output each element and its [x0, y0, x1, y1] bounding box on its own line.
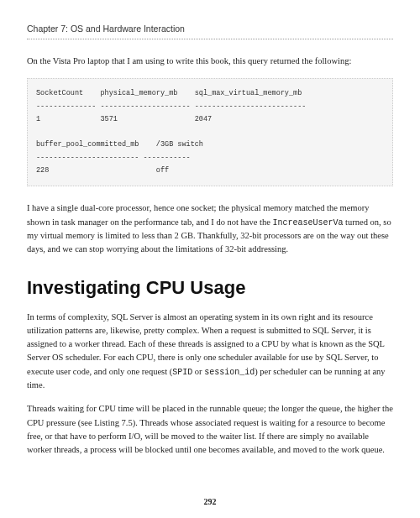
section-heading: Investigating CPU Usage	[27, 277, 393, 299]
paragraph-3: In terms of complexity, SQL Server is al…	[27, 311, 393, 393]
page-number: 292	[0, 497, 420, 506]
intro-paragraph: On the Vista Pro laptop that I am using …	[27, 55, 393, 68]
inline-code-session-id: session_id	[204, 368, 255, 377]
chapter-header: Chapter 7: OS and Hardware Interaction	[27, 24, 393, 39]
inline-code-increaseuserva: IncreaseUserVa	[272, 218, 343, 228]
paragraph-2: I have a single dual-core processor, hen…	[27, 201, 393, 256]
paragraph-4: Threads waiting for CPU time will be pla…	[27, 402, 393, 457]
inline-code-spid: SPID	[172, 368, 192, 377]
para3-mid: or	[192, 367, 204, 376]
code-output-block: SocketCount physical_memory_mb sql_max_v…	[27, 78, 393, 186]
